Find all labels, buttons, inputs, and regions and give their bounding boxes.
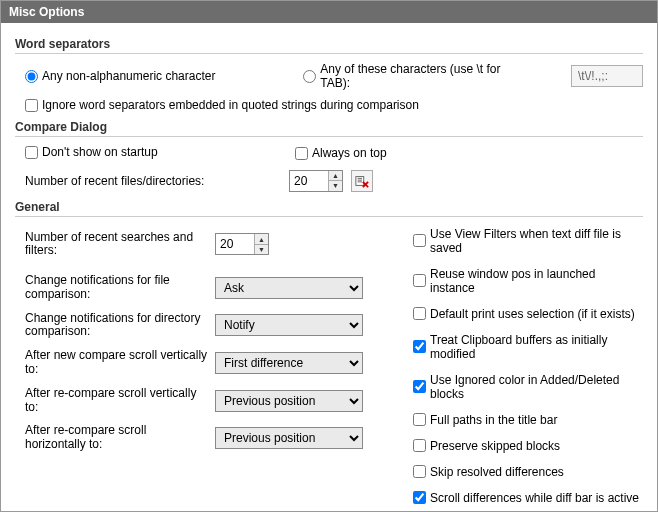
radio-any-non-alnum-input[interactable] (25, 70, 38, 83)
check-dont-show-startup-input[interactable] (25, 146, 38, 159)
radio-any-of-these-label: Any of these characters (use \t for TAB)… (320, 62, 523, 90)
check-treat-clipboard-label: Treat Clipboard buffers as initially mod… (430, 333, 643, 361)
check-reuse-window-pos-label: Reuse window pos in launched instance (430, 267, 643, 295)
after-new-compare-v-select[interactable]: First difference (215, 352, 363, 374)
check-preserve-skipped[interactable]: Preserve skipped blocks (413, 439, 643, 453)
check-reuse-window-pos[interactable]: Reuse window pos in launched instance (413, 267, 643, 295)
check-ignore-quoted-label: Ignore word separators embedded in quote… (42, 98, 419, 112)
section-word-separators: Word separators (15, 37, 643, 51)
section-compare-dialog: Compare Dialog (15, 120, 643, 134)
check-full-paths-title-label: Full paths in the title bar (430, 413, 557, 427)
after-new-compare-v-label: After new compare scroll vertically to: (25, 349, 215, 377)
recent-files-value[interactable] (290, 171, 328, 191)
check-use-view-filters-input[interactable] (413, 234, 426, 247)
spinner-down-icon[interactable]: ▼ (255, 245, 268, 255)
check-dont-show-startup[interactable]: Don't show on startup (25, 145, 158, 159)
clear-recent-icon (355, 174, 369, 188)
change-notif-dir-row: Change notifications for directory compa… (25, 312, 395, 340)
after-recompare-v-label: After re-compare scroll vertically to: (25, 387, 215, 415)
recent-searches-spinner[interactable]: ▲ ▼ (215, 233, 269, 255)
check-always-on-top[interactable]: Always on top (295, 146, 387, 160)
check-dont-show-startup-label: Don't show on startup (42, 145, 158, 159)
check-ignore-quoted-input[interactable] (25, 99, 38, 112)
spinner-buttons[interactable]: ▲ ▼ (328, 171, 342, 191)
after-recompare-h-row: After re-compare scroll horizontally to:… (25, 424, 395, 452)
check-use-ignored-color-input[interactable] (413, 380, 426, 393)
recent-files-spinner[interactable]: ▲ ▼ (289, 170, 343, 192)
recent-files-label: Number of recent files/directories: (25, 174, 289, 188)
check-always-on-top-input[interactable] (295, 147, 308, 160)
check-skip-resolved-label: Skip resolved differences (430, 465, 564, 479)
radio-any-of-these[interactable]: Any of these characters (use \t for TAB)… (303, 62, 523, 90)
clear-recent-button[interactable] (351, 170, 373, 192)
check-use-view-filters-label: Use View Filters when text diff file is … (430, 227, 643, 255)
recent-files-row: Number of recent files/directories: ▲ ▼ (25, 170, 643, 192)
word-sep-radio-row: Any non-alphanumeric character Any of th… (25, 62, 643, 90)
divider (15, 216, 643, 217)
recent-searches-label: Number of recent searches and filters: (25, 231, 215, 259)
check-scroll-diff-active[interactable]: Scroll differences while diff bar is act… (413, 491, 643, 505)
check-skip-resolved-input[interactable] (413, 465, 426, 478)
change-notif-file-row: Change notifications for file comparison… (25, 274, 395, 302)
check-treat-clipboard[interactable]: Treat Clipboard buffers as initially mod… (413, 333, 643, 361)
after-recompare-v-select[interactable]: Previous position (215, 390, 363, 412)
compare-dialog-checks: Don't show on startup Always on top (25, 145, 643, 162)
spinner-down-icon[interactable]: ▼ (329, 181, 342, 191)
check-preserve-skipped-input[interactable] (413, 439, 426, 452)
check-preserve-skipped-label: Preserve skipped blocks (430, 439, 560, 453)
check-reuse-window-pos-input[interactable] (413, 274, 426, 287)
general-grid: Number of recent searches and filters: ▲… (25, 225, 643, 513)
after-recompare-h-select[interactable]: Previous position (215, 427, 363, 449)
word-sep-chars-input[interactable] (571, 65, 643, 87)
check-use-ignored-color[interactable]: Use Ignored color in Added/Deleted block… (413, 373, 643, 401)
check-use-ignored-color-label: Use Ignored color in Added/Deleted block… (430, 373, 643, 401)
recent-searches-row: Number of recent searches and filters: ▲… (25, 231, 395, 259)
radio-any-non-alnum[interactable]: Any non-alphanumeric character (25, 69, 273, 83)
change-notif-file-select[interactable]: Ask (215, 277, 363, 299)
divider (15, 136, 643, 137)
after-new-compare-v-row: After new compare scroll vertically to: … (25, 349, 395, 377)
spinner-up-icon[interactable]: ▲ (255, 234, 268, 245)
spinner-up-icon[interactable]: ▲ (329, 171, 342, 182)
check-ignore-quoted[interactable]: Ignore word separators embedded in quote… (25, 98, 419, 112)
check-default-print-sel[interactable]: Default print uses selection (if it exis… (413, 307, 643, 321)
after-recompare-v-row: After re-compare scroll vertically to: P… (25, 387, 395, 415)
check-skip-resolved[interactable]: Skip resolved differences (413, 465, 643, 479)
general-left-col: Number of recent searches and filters: ▲… (25, 225, 395, 513)
radio-any-non-alnum-label: Any non-alphanumeric character (42, 69, 215, 83)
radio-any-of-these-input[interactable] (303, 70, 316, 83)
check-full-paths-title[interactable]: Full paths in the title bar (413, 413, 643, 427)
window-title: Misc Options (1, 1, 657, 23)
check-scroll-diff-active-label: Scroll differences while diff bar is act… (430, 491, 639, 505)
section-general: General (15, 200, 643, 214)
content-area: Word separators Any non-alphanumeric cha… (1, 23, 657, 512)
change-notif-file-label: Change notifications for file comparison… (25, 274, 215, 302)
divider (15, 53, 643, 54)
check-use-view-filters[interactable]: Use View Filters when text diff file is … (413, 227, 643, 255)
check-treat-clipboard-input[interactable] (413, 340, 426, 353)
check-default-print-sel-label: Default print uses selection (if it exis… (430, 307, 635, 321)
check-default-print-sel-input[interactable] (413, 307, 426, 320)
ignore-quoted-row: Ignore word separators embedded in quote… (25, 98, 643, 112)
check-scroll-diff-active-input[interactable] (413, 491, 426, 504)
change-notif-dir-label: Change notifications for directory compa… (25, 312, 215, 340)
recent-searches-value[interactable] (216, 234, 254, 254)
after-recompare-h-label: After re-compare scroll horizontally to: (25, 424, 215, 452)
change-notif-dir-select[interactable]: Notify (215, 314, 363, 336)
check-always-on-top-label: Always on top (312, 146, 387, 160)
spinner-buttons[interactable]: ▲ ▼ (254, 234, 268, 254)
general-right-col: Use View Filters when text diff file is … (413, 225, 643, 513)
check-full-paths-title-input[interactable] (413, 413, 426, 426)
